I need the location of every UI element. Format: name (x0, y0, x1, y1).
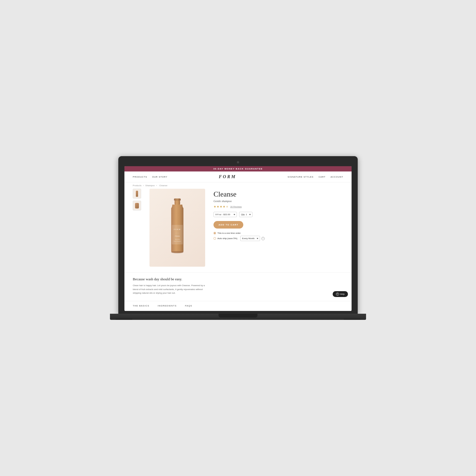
laptop-foot-left (116, 319, 132, 320)
svg-text:— — —: — — — (175, 232, 179, 234)
nav-cart[interactable]: CART (318, 176, 325, 178)
tab-ingredients[interactable]: INGREDIENTS (158, 305, 177, 308)
nav-our-story[interactable]: OUR STORY (152, 176, 168, 178)
product-thumbnails (133, 189, 141, 267)
nav-left: PRODUCTS OUR STORY (133, 176, 168, 178)
rating-row: ★★★★★ 30 Reviews (214, 205, 343, 208)
nav-account[interactable]: ACCOUNT (331, 176, 343, 178)
laptop-wrapper: 30-DAY MONEY BACK GUARANTEE PRODUCTS OUR… (118, 156, 358, 320)
product-layout: FORM — — — Cleanse Nourishing Gentle Sha… (124, 189, 352, 272)
laptop-bezel: 30-DAY MONEY BACK GUARANTEE PRODUCTS OUR… (118, 156, 358, 314)
site-logo[interactable]: FORM (219, 174, 236, 179)
svg-text:Gentle Shampoo: Gentle Shampoo (174, 241, 181, 242)
autoship-frequency-select[interactable]: Every Month (240, 236, 260, 241)
autoship-radio[interactable] (214, 237, 216, 240)
breadcrumb-shampoo[interactable]: Shampoo (145, 185, 154, 187)
review-count[interactable]: 30 Reviews (230, 205, 242, 208)
autoship-row: Auto ship (save 5%) Every Month ? (214, 236, 343, 241)
product-subtitle: Gentle shampoo (214, 200, 343, 203)
laptop-foot-right (344, 319, 360, 320)
svg-rect-0 (174, 198, 181, 201)
svg-text:Cleanse: Cleanse (175, 235, 180, 237)
laptop-notch (219, 314, 257, 318)
product-bottle-svg: FORM — — — Cleanse Nourishing Gentle Sha… (166, 197, 188, 258)
bottom-tabs: THE BASICS INGREDIENTS FAQS ? Help (124, 301, 352, 311)
one-time-label: This is a one time order (217, 232, 241, 234)
size-select[interactable]: 8 fl oz - $22.0016 fl oz - $38.00 (214, 212, 237, 217)
one-time-radio[interactable] (214, 232, 216, 234)
autoship-label: Auto ship (save 5%) (217, 237, 237, 240)
autoship-option[interactable]: Auto ship (save 5%) (214, 237, 237, 240)
tab-the-basics[interactable]: THE BASICS (133, 305, 149, 308)
product-info: Cleanse Gentle shampoo ★★★★★ 30 Reviews … (214, 189, 343, 267)
order-type-options: This is a one time order Auto ship (save… (214, 232, 343, 241)
tab-faqs[interactable]: FAQS (185, 305, 192, 308)
main-content: Products › Shampoo › Cleanse (124, 182, 352, 301)
breadcrumb-current: Cleanse (160, 185, 168, 187)
thumbnail-2[interactable] (133, 201, 141, 210)
description-body: Clean hair is happy hair. Let yours be j… (133, 284, 205, 295)
banner-text: 30-DAY MONEY BACK GUARANTEE (213, 168, 263, 170)
description-section: Because wash day should be easy. Clean h… (124, 272, 352, 300)
laptop-screen: 30-DAY MONEY BACK GUARANTEE PRODUCTS OUR… (124, 166, 352, 311)
product-title: Cleanse (214, 190, 343, 198)
help-circle-icon: ? (336, 293, 339, 296)
description-title: Because wash day should be easy. (133, 277, 343, 281)
breadcrumb: Products › Shampoo › Cleanse (124, 182, 352, 189)
help-label: Help (340, 293, 345, 295)
star-icons: ★★★★★ (214, 205, 229, 208)
svg-rect-1 (175, 201, 180, 205)
qty-select[interactable]: Qty: 1Qty: 2Qty: 3Qty: 4Qty: 5 (239, 212, 252, 217)
thumb-bottle-front-icon (136, 191, 138, 197)
one-time-order-option[interactable]: This is a one time order (214, 232, 343, 234)
nav-products[interactable]: PRODUCTS (133, 176, 147, 178)
laptop-camera (237, 161, 239, 163)
laptop-base (110, 314, 366, 320)
breadcrumb-products[interactable]: Products (133, 185, 142, 187)
autoship-help-icon[interactable]: ? (261, 237, 265, 240)
thumb-bottle-side-icon (135, 203, 139, 208)
thumbnail-1[interactable] (133, 189, 141, 198)
help-button[interactable]: ? Help (333, 291, 348, 297)
svg-text:Nourishing: Nourishing (175, 239, 180, 240)
promo-banner: 30-DAY MONEY BACK GUARANTEE (124, 166, 352, 171)
svg-text:FORM: FORM (174, 229, 181, 230)
add-to-cart-button[interactable]: ADD TO CART (214, 221, 243, 229)
product-options-row: 8 fl oz - $22.0016 fl oz - $38.00 Qty: 1… (214, 212, 343, 217)
website: 30-DAY MONEY BACK GUARANTEE PRODUCTS OUR… (124, 166, 352, 311)
product-main-image: FORM — — — Cleanse Nourishing Gentle Sha… (149, 189, 205, 267)
nav-right: SIGNATURE STYLES CART ACCOUNT (288, 176, 343, 178)
main-nav: PRODUCTS OUR STORY FORM SIGNATURE STYLES… (124, 171, 352, 182)
nav-signature-styles[interactable]: SIGNATURE STYLES (288, 176, 313, 178)
svg-point-8 (171, 251, 183, 253)
